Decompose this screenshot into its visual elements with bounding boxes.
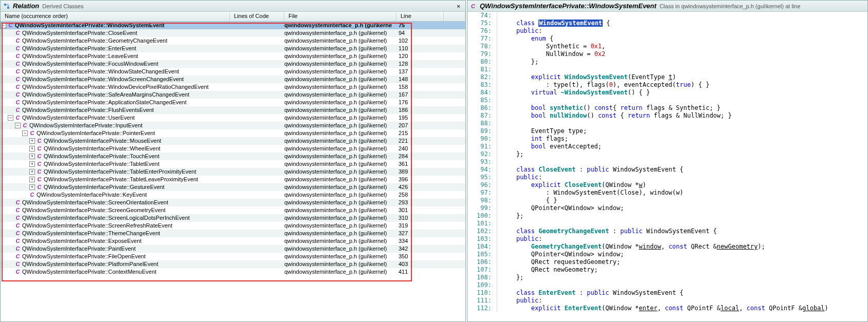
class-icon: C: [14, 107, 21, 113]
code-line[interactable]: 112: explicit EnterEvent(QWindow *enter,…: [467, 305, 867, 312]
collapse-icon[interactable]: −: [1, 23, 6, 28]
column-lines-of-code[interactable]: Lines of Code: [230, 12, 284, 21]
code-line[interactable]: 95: public:: [467, 174, 867, 181]
code-line[interactable]: 103: public:: [467, 235, 867, 243]
code-line[interactable]: 105: QPointer<QWindow> window;: [467, 251, 867, 258]
tree-row[interactable]: CQWindowSystemInterfacePrivate::ScreenOr…: [1, 199, 465, 206]
code-line[interactable]: 81:: [467, 66, 867, 73]
tree-row[interactable]: −CQWindowSystemInterfacePrivate::WindowS…: [1, 22, 465, 29]
code-line[interactable]: 83: : type(t), flags(0), eventAccepted(t…: [467, 81, 867, 89]
tree-row[interactable]: CQWindowSystemInterfacePrivate::KeyEvent…: [1, 191, 465, 199]
collapse-icon[interactable]: −: [8, 115, 13, 121]
code-line[interactable]: 110: class EnterEvent : public WindowSys…: [467, 289, 867, 297]
code-line[interactable]: 91: bool eventAccepted;: [467, 143, 867, 150]
tree-row[interactable]: CQWindowSystemInterfacePrivate::FileOpen…: [1, 253, 465, 260]
code-line[interactable]: 109:: [467, 281, 867, 289]
line-cell: 186: [396, 106, 444, 114]
code-line[interactable]: 100: };: [467, 212, 867, 220]
code-line[interactable]: 76: public:: [467, 27, 867, 35]
code-line[interactable]: 104: GeometryChangeEvent(QWindow *window…: [467, 243, 867, 251]
code-line[interactable]: 77: enum {: [467, 35, 867, 43]
tree-row[interactable]: CQWindowSystemInterfacePrivate::FlushEve…: [1, 106, 465, 114]
class-tree[interactable]: −CQWindowSystemInterfacePrivate::WindowS…: [1, 22, 465, 321]
code-line[interactable]: 82: explicit WindowSystemEvent(EventType…: [467, 73, 867, 81]
tree-row[interactable]: CQWindowSystemInterfacePrivate::CloseEve…: [1, 29, 465, 37]
tree-row[interactable]: −CQWindowSystemInterfacePrivate::Pointer…: [1, 129, 465, 137]
line-number: 84:: [467, 89, 497, 97]
tree-row[interactable]: CQWindowSystemInterfacePrivate::EnterEve…: [1, 45, 465, 52]
tree-row[interactable]: +CQWindowSystemInterfacePrivate::TabletL…: [1, 176, 465, 183]
line-cell: 293: [396, 199, 444, 206]
tree-row[interactable]: +CQWindowSystemInterfacePrivate::WheelEv…: [1, 145, 465, 153]
tree-row[interactable]: CQWindowSystemInterfacePrivate::ScreenLo…: [1, 214, 465, 222]
code-line[interactable]: 85:: [467, 97, 867, 104]
column-line[interactable]: Line: [396, 12, 444, 21]
tree-row[interactable]: CQWindowSystemInterfacePrivate::PaintEve…: [1, 245, 465, 253]
column-name[interactable]: Name (occurrence order): [1, 12, 230, 21]
code-line[interactable]: 107: QRect newGeometry;: [467, 266, 867, 274]
svg-rect-0: [4, 4, 6, 6]
tree-row[interactable]: CQWindowSystemInterfacePrivate::Geometry…: [1, 37, 465, 45]
expand-icon[interactable]: +: [29, 146, 35, 151]
code-line[interactable]: 87: bool nullWindow() const { return fla…: [467, 112, 867, 120]
tree-row[interactable]: CQWindowSystemInterfacePrivate::SafeArea…: [1, 91, 465, 99]
code-content: class EnterEvent : public WindowSystemEv…: [497, 289, 683, 297]
tree-row[interactable]: CQWindowSystemInterfacePrivate::LeaveEve…: [1, 52, 465, 60]
code-content: bool nullWindow() const { return flags &…: [497, 112, 732, 120]
tree-row[interactable]: −CQWindowSystemInterfacePrivate::UserEve…: [1, 114, 465, 122]
code-line[interactable]: 74:: [467, 12, 867, 20]
tree-row[interactable]: CQWindowSystemInterfacePrivate::FocusWin…: [1, 60, 465, 68]
tree-row[interactable]: CQWindowSystemInterfacePrivate::ScreenGe…: [1, 206, 465, 214]
source-code[interactable]: 74:75: class WindowSystemEvent {76: publ…: [467, 12, 867, 321]
expand-icon[interactable]: +: [29, 169, 35, 175]
code-line[interactable]: 90: int flags;: [467, 135, 867, 143]
expand-icon[interactable]: +: [29, 177, 35, 182]
code-line[interactable]: 80: };: [467, 58, 867, 66]
tree-row[interactable]: CQWindowSystemInterfacePrivate::Platform…: [1, 260, 465, 268]
collapse-icon[interactable]: −: [22, 130, 28, 136]
code-line[interactable]: 102: class GeometryChangeEvent : public …: [467, 228, 867, 235]
line-number: 99:: [467, 204, 497, 212]
tree-row[interactable]: +CQWindowSystemInterfacePrivate::Gesture…: [1, 183, 465, 191]
code-content: QPointer<QWindow> window;: [497, 204, 624, 212]
code-line[interactable]: 78: Synthetic = 0x1,: [467, 43, 867, 50]
tree-row[interactable]: +CQWindowSystemInterfacePrivate::TouchEv…: [1, 153, 465, 160]
tree-row[interactable]: +CQWindowSystemInterfacePrivate::TabletE…: [1, 160, 465, 168]
code-line[interactable]: 92: };: [467, 150, 867, 158]
tree-row[interactable]: CQWindowSystemInterfacePrivate::WindowSc…: [1, 75, 465, 83]
code-line[interactable]: 93:: [467, 158, 867, 166]
expand-icon[interactable]: +: [29, 154, 35, 159]
code-line[interactable]: 86: bool synthetic() const{ return flags…: [467, 104, 867, 112]
code-line[interactable]: 89: EventType type;: [467, 127, 867, 135]
file-cell: qwindowsysteminterface_p.h (gui\kernel): [284, 183, 396, 191]
expand-icon[interactable]: +: [29, 184, 35, 190]
expand-icon[interactable]: +: [29, 138, 35, 144]
tree-row[interactable]: CQWindowSystemInterfacePrivate::WindowDe…: [1, 83, 465, 91]
collapse-icon[interactable]: −: [15, 123, 21, 128]
code-line[interactable]: 111: public:: [467, 297, 867, 305]
code-line[interactable]: 75: class WindowSystemEvent {: [467, 20, 867, 27]
tree-row[interactable]: CQWindowSystemInterfacePrivate::ContextM…: [1, 268, 465, 276]
code-line[interactable]: 94: class CloseEvent : public WindowSyst…: [467, 166, 867, 174]
code-line[interactable]: 108: };: [467, 274, 867, 281]
code-line[interactable]: 106: QRect requestedGeometry;: [467, 258, 867, 266]
tree-row[interactable]: −CQWindowSystemInterfacePrivate::InputEv…: [1, 122, 465, 129]
column-file[interactable]: File: [284, 12, 396, 21]
code-line[interactable]: 97: : WindowSystemEvent(Close), window(w…: [467, 189, 867, 197]
close-icon[interactable]: ×: [455, 3, 462, 9]
code-line[interactable]: 79: NullWindow = 0x2: [467, 50, 867, 58]
code-line[interactable]: 98: { }: [467, 197, 867, 204]
tree-row[interactable]: CQWindowSystemInterfacePrivate::ExposeEv…: [1, 237, 465, 245]
code-line[interactable]: 96: explicit CloseEvent(QWindow *w): [467, 181, 867, 189]
expand-icon[interactable]: +: [29, 161, 35, 167]
code-line[interactable]: 99: QPointer<QWindow> window;: [467, 204, 867, 212]
code-line[interactable]: 84: virtual ~WindowSystemEvent() { }: [467, 89, 867, 97]
tree-row[interactable]: +CQWindowSystemInterfacePrivate::TabletE…: [1, 168, 465, 176]
tree-row[interactable]: +CQWindowSystemInterfacePrivate::MouseEv…: [1, 137, 465, 145]
tree-row[interactable]: CQWindowSystemInterfacePrivate::ScreenRe…: [1, 222, 465, 230]
tree-row[interactable]: CQWindowSystemInterfacePrivate::WindowSt…: [1, 68, 465, 75]
code-line[interactable]: 101:: [467, 220, 867, 228]
tree-row[interactable]: CQWindowSystemInterfacePrivate::Applicat…: [1, 99, 465, 106]
code-line[interactable]: 88:: [467, 120, 867, 127]
tree-row[interactable]: CQWindowSystemInterfacePrivate::ThemeCha…: [1, 230, 465, 237]
